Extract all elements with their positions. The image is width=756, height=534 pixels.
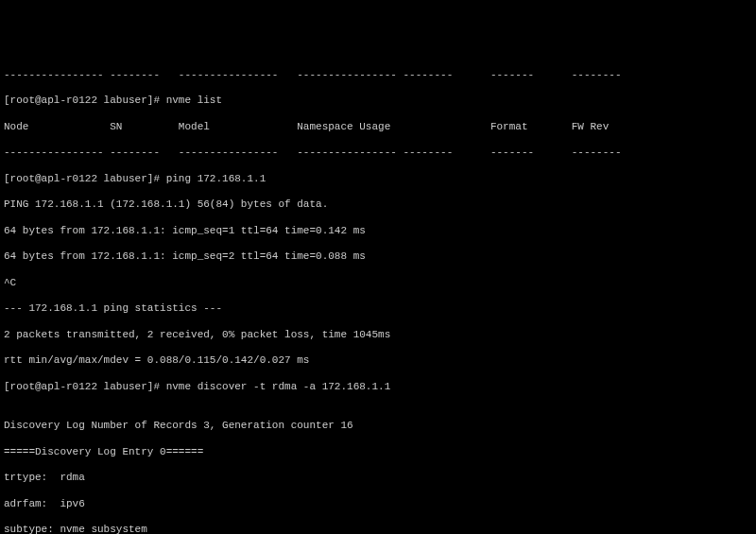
prompt-discover: [root@apl-r0122 labuser]# nvme discover …: [4, 381, 752, 394]
ping-header: PING 172.168.1.1 (172.168.1.1) 56(84) by…: [4, 198, 752, 212]
header-sep: ---------------- -------- --------------…: [4, 69, 752, 82]
discovery-summary: Discovery Log Number of Records 3, Gener…: [4, 420, 752, 433]
ping-interrupt: ^C: [4, 277, 752, 290]
table-header: Node SN Model Namespace Usage Format FW …: [4, 121, 752, 134]
ping-reply-2: 64 bytes from 172.168.1.1: icmp_seq=2 tt…: [4, 250, 752, 264]
table-sep: ---------------- -------- --------------…: [4, 146, 752, 160]
ping-stats-2: rtt min/avg/max/mdev = 0.088/0.115/0.142…: [4, 354, 752, 368]
entry-0-trtype: trtype: rdma: [4, 472, 752, 485]
prompt-ping: [root@apl-r0122 labuser]# ping 172.168.1…: [4, 173, 752, 186]
ping-stats-header: --- 172.168.1.1 ping statistics ---: [4, 302, 752, 316]
entry-0-header: =====Discovery Log Entry 0======: [4, 446, 752, 459]
entry-0-adrfam: adrfam: ipv6: [4, 498, 752, 511]
ping-reply-1: 64 bytes from 172.168.1.1: icmp_seq=1 tt…: [4, 225, 752, 238]
terminal-output[interactable]: ---------------- -------- --------------…: [4, 56, 752, 534]
ping-stats-1: 2 packets transmitted, 2 received, 0% pa…: [4, 329, 752, 342]
entry-0-subtype: subtype: nvme subsystem: [4, 524, 752, 534]
prompt-nvme-list: [root@apl-r0122 labuser]# nvme list: [4, 95, 752, 108]
